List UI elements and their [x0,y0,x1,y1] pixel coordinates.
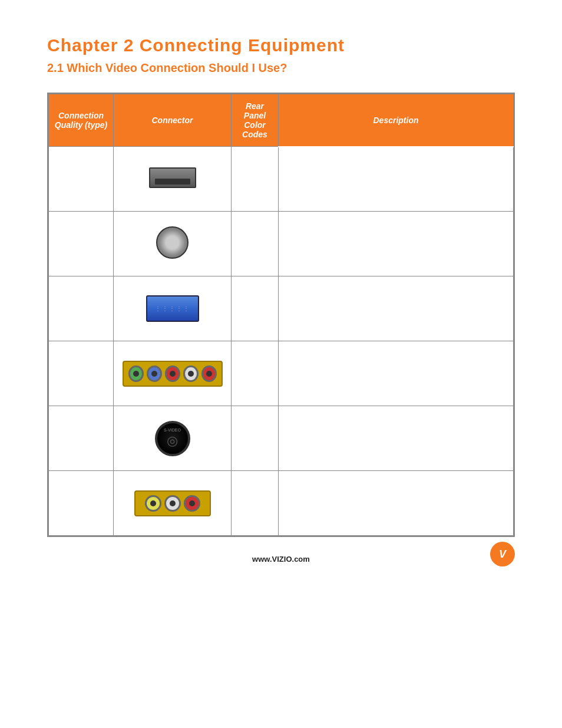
description-cell [279,276,514,341]
rf-connector-icon [156,226,189,259]
vga-connector-icon [146,295,199,322]
col-header-quality: Connection Quality (type) [49,94,114,147]
table-row [49,212,514,276]
rca-red-jack-3 [184,495,200,512]
description-cell [279,471,514,536]
connector-cell-vga [114,276,232,341]
table-row [49,406,514,471]
table-row [49,147,514,212]
svideo-connector-icon [155,421,190,456]
chapter-title: Chapter 2 Connecting Equipment [47,35,515,55]
quality-cell [49,147,114,212]
component-connector-icon [123,361,223,387]
color-code-cell [232,147,279,212]
description-cell [279,212,514,276]
vizio-logo: V [490,542,515,566]
quality-cell [49,341,114,406]
hdmi-connector-icon [149,167,196,188]
connector-cell-av [114,471,232,536]
connector-cell-svideo [114,406,232,471]
quality-cell [49,471,114,536]
col-header-description: Description [279,94,514,147]
connector-cell-hdmi [114,147,232,212]
description-cell [279,147,514,212]
col-header-color-codes: Rear Panel Color Codes [232,94,279,147]
description-cell [279,406,514,471]
color-code-cell [232,471,279,536]
page: Chapter 2 Connecting Equipment 2.1 Which… [0,0,562,728]
quality-cell [49,406,114,471]
color-code-cell [232,406,279,471]
description-cell [279,341,514,406]
connector-cell-component [114,341,232,406]
rca-white-jack-2 [164,495,181,512]
color-code-cell [232,276,279,341]
vizio-logo-letter: V [499,548,506,561]
color-code-cell [232,212,279,276]
connection-table: Connection Quality (type) Connector Rear… [47,93,515,537]
rca-green-jack [128,365,144,382]
table-row [49,341,514,406]
rca-red-jack-2 [201,365,217,382]
table-row [49,276,514,341]
quality-cell [49,212,114,276]
website-text: www.VIZIO.com [252,555,310,564]
footer: www.VIZIO.com V [47,555,515,564]
connector-cell-rf [114,212,232,276]
col-header-connector: Connector [114,94,232,147]
quality-cell [49,276,114,341]
av-connector-icon [134,490,211,516]
section-title: 2.1 Which Video Connection Should I Use? [47,61,515,75]
rca-white-jack [183,365,199,382]
color-code-cell [232,341,279,406]
rca-red-jack-1 [165,365,180,382]
rca-blue-jack [147,365,162,382]
rca-yellow-jack [145,495,161,512]
table-row [49,471,514,536]
